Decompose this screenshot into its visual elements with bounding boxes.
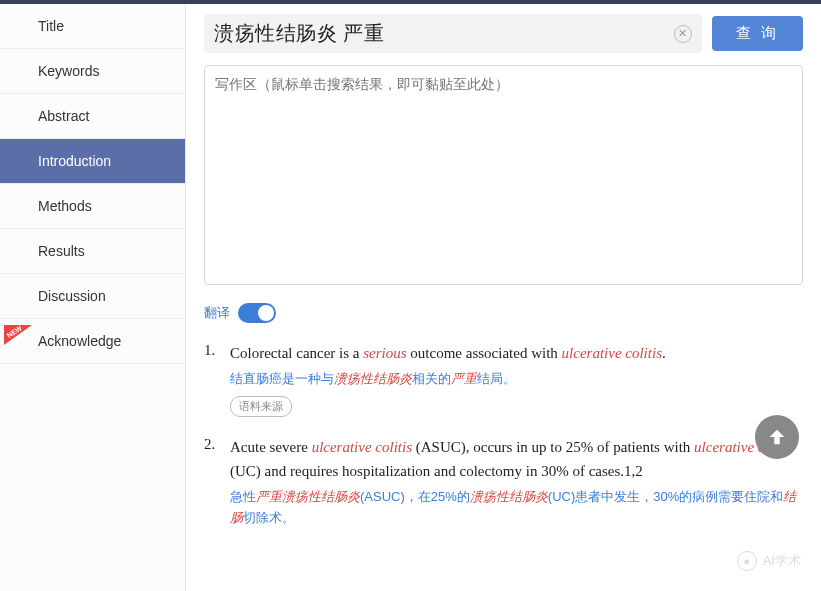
new-badge: NEW: [4, 325, 34, 345]
clear-icon[interactable]: ✕: [674, 25, 692, 43]
result-number: 1.: [204, 341, 220, 417]
sidebar-item-keywords[interactable]: Keywords: [0, 49, 185, 94]
translate-label: 翻译: [204, 304, 230, 322]
wechat-icon: ●: [737, 551, 757, 571]
scroll-top-button[interactable]: [755, 415, 799, 459]
search-text: 溃疡性结肠炎 严重: [214, 20, 668, 47]
result-chinese: 急性严重溃疡性结肠炎(ASUC)，在25%的溃疡性结肠炎(UC)患者中发生，30…: [230, 487, 803, 529]
sidebar-item-results[interactable]: Results: [0, 229, 185, 274]
result-chinese: 结直肠癌是一种与溃疡性结肠炎相关的严重结局。: [230, 369, 803, 390]
results-list: 1. Colorectal cancer is a serious outcom…: [204, 341, 803, 529]
result-english: Colorectal cancer is a serious outcome a…: [230, 341, 803, 365]
main-panel: 溃疡性结肠炎 严重 ✕ 查 询 翻译 1. Colorectal cancer …: [186, 0, 821, 591]
sidebar-item-discussion[interactable]: Discussion: [0, 274, 185, 319]
write-textarea[interactable]: [204, 65, 803, 285]
sidebar-item-introduction[interactable]: Introduction: [0, 139, 185, 184]
translate-toggle[interactable]: [238, 303, 276, 323]
result-english: Acute severe ulcerative colitis (ASUC), …: [230, 435, 803, 483]
result-item[interactable]: 1. Colorectal cancer is a serious outcom…: [204, 341, 803, 417]
watermark: ● AI学术: [737, 551, 801, 571]
query-button[interactable]: 查 询: [712, 16, 803, 51]
search-input[interactable]: 溃疡性结肠炎 严重 ✕: [204, 14, 702, 53]
result-number: 2.: [204, 435, 220, 529]
sidebar-item-methods[interactable]: Methods: [0, 184, 185, 229]
result-item[interactable]: 2. Acute severe ulcerative colitis (ASUC…: [204, 435, 803, 529]
sidebar-item-abstract[interactable]: Abstract: [0, 94, 185, 139]
source-tag[interactable]: 语料来源: [230, 396, 292, 418]
sidebar: Title Keywords Abstract Introduction Met…: [0, 0, 186, 591]
sidebar-item-title[interactable]: Title: [0, 4, 185, 49]
